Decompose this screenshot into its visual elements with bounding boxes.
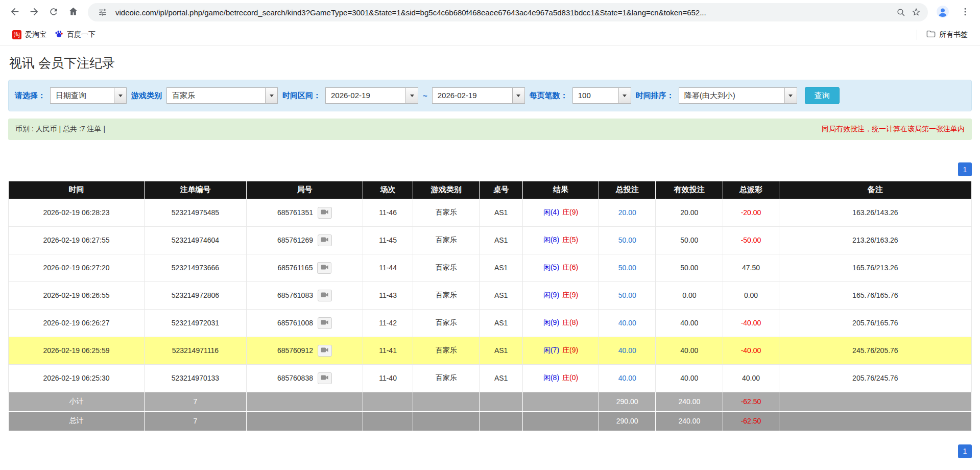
total-bet-link[interactable]: 20.00	[618, 208, 636, 217]
cell-result: 闲(4)庄(9)	[523, 199, 599, 226]
query-type-select[interactable]: 日期查询	[50, 87, 127, 104]
cell-result: 闲(5)庄(6)	[523, 254, 599, 281]
cell-game: 百家乐	[413, 337, 480, 364]
total-bet-link[interactable]: 40.00	[618, 319, 636, 327]
page-button-1[interactable]: 1	[958, 162, 972, 176]
cell-session: 11-41	[363, 337, 413, 364]
table-header: 时间 注单编号 局号 场次 游戏类别 桌号 结果 总投注 有效投注 总派彩 备注	[9, 181, 972, 199]
result-banker: 庄(9)	[562, 291, 578, 299]
cell-bet-id: 523214974604	[144, 226, 246, 254]
game-type-select[interactable]: 百家乐	[166, 87, 278, 104]
chevron-down-icon[interactable]	[114, 88, 126, 103]
cell-table-no: AS1	[480, 337, 523, 364]
cell-payout: 40.00	[723, 364, 779, 392]
round-id: 685761165	[277, 264, 313, 272]
cell-result: 闲(9)庄(8)	[523, 309, 599, 337]
video-replay-button[interactable]	[318, 372, 332, 384]
result-player: 闲(8)	[543, 373, 559, 382]
pagination-top: 1	[8, 162, 972, 176]
video-replay-button[interactable]	[318, 207, 332, 219]
cell-total-bet: 50.00	[599, 281, 656, 309]
chevron-down-icon[interactable]	[405, 88, 418, 103]
cell-total-bet: 20.00	[599, 199, 656, 226]
all-bookmarks-button[interactable]: 所有书签	[922, 28, 972, 42]
video-replay-button[interactable]	[318, 345, 332, 357]
bookmark-star-icon[interactable]	[909, 5, 924, 20]
url-text: videoie.com/ipl/portal.php/game/betrecor…	[115, 8, 893, 17]
video-replay-button[interactable]	[318, 290, 332, 301]
cell-payout: -50.00	[723, 226, 779, 254]
column-header-bet-id: 注单编号	[144, 181, 246, 199]
pagination-bottom: 1	[8, 444, 972, 458]
cell-time: 2026-02-19 06:26:27	[9, 309, 145, 337]
cell-result: 闲(7)庄(9)	[523, 337, 599, 364]
reload-button[interactable]	[44, 3, 63, 22]
total-bet-link[interactable]: 50.00	[618, 291, 636, 299]
round-id: 685761008	[277, 319, 313, 327]
avatar-icon	[936, 5, 949, 20]
cell-note: 163.26/143.26	[779, 199, 971, 226]
chevron-down-icon[interactable]	[618, 88, 631, 103]
chevron-down-icon[interactable]	[265, 88, 277, 103]
baidu-paw-icon	[55, 30, 63, 40]
home-button[interactable]	[63, 3, 83, 22]
result-banker: 庄(6)	[562, 263, 578, 271]
video-camera-icon	[321, 264, 328, 272]
select-label: 请选择：	[15, 91, 45, 101]
page-button-1[interactable]: 1	[958, 444, 972, 458]
cell-round: 685761008	[246, 309, 363, 337]
back-button[interactable]	[5, 3, 25, 22]
total-bet-link[interactable]: 40.00	[618, 346, 636, 355]
bookmark-taobao[interactable]: 淘 爱淘宝	[8, 28, 51, 42]
video-camera-icon	[321, 292, 328, 299]
video-replay-button[interactable]	[318, 317, 332, 329]
date-to-select[interactable]: 2026-02-19	[432, 87, 525, 104]
kebab-menu-icon	[960, 7, 970, 18]
sort-order-select[interactable]: 降幂(由大到小)	[679, 87, 797, 104]
search-button[interactable]: 查询	[805, 87, 840, 104]
browser-menu-button[interactable]	[955, 3, 975, 22]
column-header-note: 备注	[779, 181, 971, 199]
total-payout: -62.50	[723, 411, 779, 431]
cell-total-bet: 40.00	[599, 309, 656, 337]
cell-note: 165.76/165.76	[779, 281, 971, 309]
cell-session: 11-45	[363, 226, 413, 254]
cell-note: 165.76/213.26	[779, 254, 971, 281]
cell-payout: -20.00	[723, 199, 779, 226]
cell-table-no: AS1	[480, 364, 523, 392]
cell-total-bet: 40.00	[599, 364, 656, 392]
browser-toolbar: videoie.com/ipl/portal.php/game/betrecor…	[0, 0, 980, 25]
video-camera-icon	[321, 374, 328, 382]
video-replay-button[interactable]	[317, 262, 331, 274]
total-bet-link[interactable]: 40.00	[618, 374, 636, 382]
zoom-icon[interactable]	[893, 5, 909, 20]
video-replay-button[interactable]	[318, 234, 332, 246]
profile-avatar[interactable]	[933, 3, 952, 22]
column-header-time: 时间	[9, 181, 145, 199]
cell-table-no: AS1	[480, 309, 523, 337]
date-from-select[interactable]: 2026-02-19	[325, 87, 418, 104]
forward-button[interactable]	[25, 3, 44, 22]
video-camera-icon	[321, 319, 328, 327]
chevron-down-icon[interactable]	[784, 88, 797, 103]
page-size-select[interactable]: 100	[572, 87, 631, 104]
bookmark-baidu[interactable]: 百度一下	[51, 27, 100, 42]
cell-payout: -40.00	[723, 309, 779, 337]
cell-valid-bet: 40.00	[656, 309, 723, 337]
cell-game: 百家乐	[413, 364, 480, 392]
all-bookmarks-label: 所有书签	[939, 30, 968, 39]
cell-time: 2026-02-19 06:27:20	[9, 254, 145, 281]
cell-table-no: AS1	[480, 226, 523, 254]
chevron-down-icon[interactable]	[512, 88, 524, 103]
cell-session: 11-42	[363, 309, 413, 337]
url-bar[interactable]: videoie.com/ipl/portal.php/game/betrecor…	[88, 3, 928, 21]
result-banker: 庄(9)	[562, 346, 578, 354]
total-bet-link[interactable]: 50.00	[618, 264, 636, 272]
cell-time: 2026-02-19 06:27:55	[9, 226, 145, 254]
page-title: 视讯 会员下注纪录	[9, 55, 971, 72]
site-info-icon[interactable]	[95, 5, 110, 20]
total-bet-link[interactable]: 50.00	[618, 236, 636, 244]
bookmark-label: 百度一下	[67, 30, 95, 39]
round-id: 685761083	[277, 291, 313, 299]
cell-round: 685761351	[246, 199, 363, 226]
